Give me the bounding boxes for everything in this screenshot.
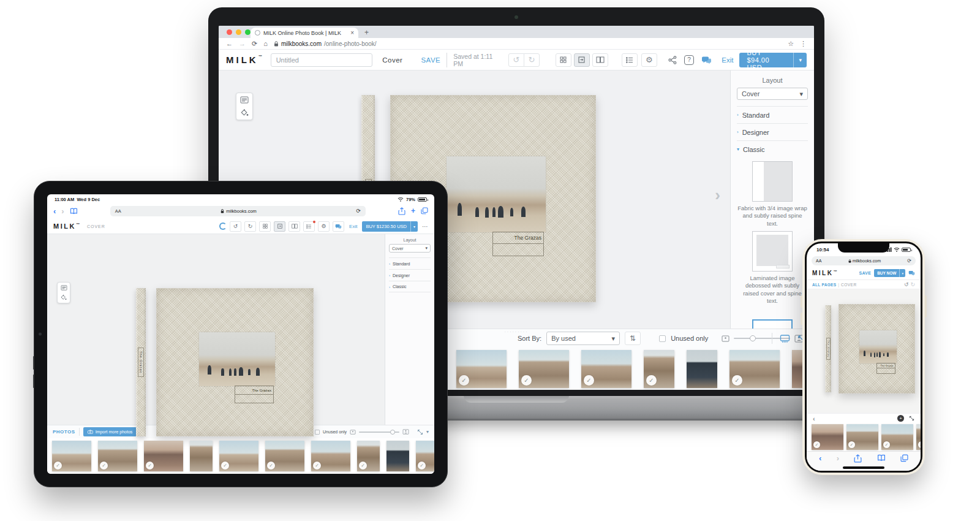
book-spine[interactable]: The Grazas	[825, 305, 831, 392]
buy-dropdown-caret[interactable]: ▾	[899, 269, 905, 277]
new-tab-button[interactable]: +	[364, 28, 369, 38]
layout-tool-button[interactable]	[61, 285, 67, 291]
more-menu-icon[interactable]: ⋯	[422, 223, 428, 230]
bookmarks-book-icon[interactable]	[877, 454, 886, 462]
undo-button[interactable]: ↺	[508, 53, 524, 67]
back-chevron-icon[interactable]: ‹	[819, 454, 821, 462]
home-icon[interactable]: ⌂	[263, 40, 268, 47]
redo-icon[interactable]: ↻	[910, 281, 915, 287]
photo-thumbnail[interactable]: ✓	[644, 350, 674, 388]
reload-icon[interactable]: ⟳	[252, 40, 257, 48]
section-classic[interactable]: ▾ Classic	[737, 140, 808, 158]
photo-thumbnail[interactable]	[190, 441, 213, 471]
expand-tray-button[interactable]	[417, 429, 423, 435]
url-field[interactable]: milkbooks.com/online-photo-book/	[274, 40, 377, 47]
book-title-input[interactable]	[271, 53, 373, 67]
unused-only-checkbox[interactable]	[659, 335, 666, 342]
photo-thumbnail[interactable]: ✓	[581, 350, 631, 388]
thumbnail-size-slider[interactable]	[359, 432, 399, 433]
photo-thumbnail[interactable]: ✓	[846, 424, 878, 450]
layout-option-laminated[interactable]: Laminated image debossed with subtly rai…	[737, 231, 808, 305]
reload-icon[interactable]: ⟳	[356, 208, 361, 214]
feedback-chat-button[interactable]	[701, 56, 712, 64]
layout-tool-button[interactable]	[240, 96, 249, 104]
editor-canvas[interactable]: The Grazas The Grazas	[807, 289, 921, 413]
ios-share-icon[interactable]	[398, 207, 405, 215]
tabs-icon[interactable]	[421, 207, 428, 215]
new-tab-plus-icon[interactable]: +	[411, 207, 415, 215]
reader-aa-button[interactable]: AA	[115, 208, 121, 214]
photo-thumbnail[interactable]	[687, 350, 717, 388]
cover-subtitle-cell[interactable]	[877, 368, 895, 373]
color-fill-tool-button[interactable]	[241, 108, 249, 116]
cover-title-box[interactable]: The Grazas	[492, 232, 544, 256]
cover-title-box[interactable]: The Grazas	[876, 363, 895, 373]
cover-photo[interactable]	[859, 330, 896, 363]
slider-knob[interactable]	[750, 335, 756, 341]
ios-share-icon[interactable]	[854, 454, 862, 463]
exit-button[interactable]: Exit	[349, 224, 357, 229]
reader-aa-button[interactable]: AA	[816, 259, 821, 263]
photo-thumbnail[interactable]	[386, 441, 409, 471]
forward-chevron-icon[interactable]: ›	[837, 454, 839, 462]
photo-thumbnail[interactable]: ✓	[812, 424, 843, 450]
single-page-view-button[interactable]	[274, 221, 285, 232]
book-cover[interactable]: The Grazas	[156, 288, 314, 436]
single-page-view-button[interactable]	[574, 53, 590, 67]
forward-chevron-icon[interactable]: ›	[61, 207, 64, 215]
buy-dropdown-caret[interactable]: ▾	[793, 53, 807, 67]
photo-thumbnail[interactable]: ✓	[265, 441, 304, 471]
layout-option-fabric[interactable]: Fabric with 3/4 image wrap and subtly ra…	[737, 161, 808, 227]
photo-thumbnail[interactable]: ✓	[881, 424, 913, 450]
section-designer[interactable]: › Designer	[389, 269, 431, 281]
settings-button[interactable]: ⚙	[318, 221, 330, 232]
home-indicator[interactable]	[843, 466, 884, 469]
cover-photo[interactable]	[447, 156, 546, 232]
address-pill[interactable]: AA milkbooks.com ⟳	[110, 206, 366, 216]
pages-list-button[interactable]	[622, 53, 638, 67]
tabs-icon[interactable]	[900, 454, 908, 462]
exit-button[interactable]: Exit	[722, 56, 733, 64]
book-cover[interactable]: The Grazas	[839, 304, 915, 394]
feedback-chat-button[interactable]	[333, 221, 344, 232]
photo-thumbnail[interactable]: ✓	[916, 424, 921, 450]
desktop-preview-button[interactable]	[780, 335, 790, 343]
next-page-chevron[interactable]: ›	[715, 186, 720, 205]
photo-thumbnail[interactable]: ✓	[729, 350, 780, 388]
settings-button[interactable]: ⚙	[641, 53, 657, 67]
help-button[interactable]: ?	[684, 55, 694, 65]
undo-icon[interactable]: ↺	[904, 281, 909, 287]
layout-select[interactable]: Cover ▾	[737, 88, 808, 100]
photo-thumbnail[interactable]: ✓	[456, 350, 507, 388]
back-chevron-icon[interactable]: ‹	[53, 207, 56, 215]
forward-icon[interactable]: →	[239, 40, 246, 47]
cover-subtitle-cell[interactable]	[235, 395, 273, 403]
photos-tab[interactable]: PHOTOS	[53, 429, 75, 435]
photo-thumbnail[interactable]: ✓	[357, 441, 380, 471]
spread-view-button[interactable]	[288, 221, 300, 232]
cover-photo[interactable]	[199, 332, 275, 386]
photo-thumbnail[interactable]: ✓	[416, 441, 434, 471]
add-photos-button[interactable]: +	[897, 415, 904, 422]
redo-button[interactable]: ↻	[244, 221, 256, 232]
photo-thumbnail[interactable]: ✓	[311, 441, 350, 471]
sort-direction-button[interactable]: ⇅	[625, 332, 641, 345]
browser-tab[interactable]: MILK Online Photo Book | MILK ×	[251, 28, 358, 38]
cover-title-box[interactable]: The Grazas	[235, 386, 274, 403]
buy-now-button[interactable]: BUY NOW ▾	[874, 269, 905, 277]
buy-button[interactable]: BUY $1230.50 USD ▾	[362, 221, 418, 232]
all-pages-link[interactable]: ALL PAGES	[812, 283, 836, 287]
import-photos-button[interactable]: Import more photos	[83, 427, 137, 436]
address-pill[interactable]: AA milkbooks.com ⟳	[812, 256, 916, 265]
chat-bubbles-icon[interactable]	[908, 270, 915, 276]
spread-view-button[interactable]	[592, 53, 608, 67]
editor-canvas[interactable]: The Grazas The Grazas	[47, 234, 385, 425]
section-designer[interactable]: › Designer	[737, 123, 808, 140]
collapse-tray-chevron[interactable]: ▾	[426, 429, 429, 435]
redo-button[interactable]: ↻	[524, 53, 540, 67]
buy-button[interactable]: BUY $94.00 USD ▾	[739, 53, 807, 67]
section-standard[interactable]: › Standard	[389, 257, 431, 269]
back-chevron-icon[interactable]: ‹	[813, 415, 815, 422]
photo-thumbnail[interactable]: ✓	[52, 441, 91, 471]
tab-close-icon[interactable]: ×	[350, 30, 354, 36]
